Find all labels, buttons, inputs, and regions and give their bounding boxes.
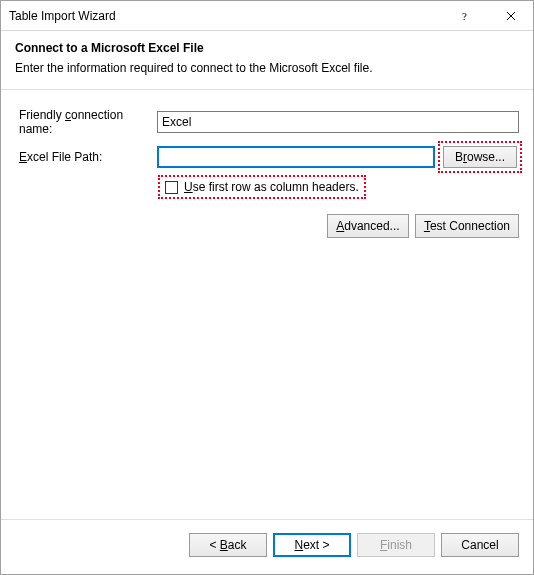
wizard-footer: < Back Next > Finish Cancel (1, 519, 533, 569)
header-subtitle: Enter the information required to connec… (15, 61, 519, 75)
title-bar: Table Import Wizard ? (1, 1, 533, 31)
test-connection-button[interactable]: Test Connection (415, 214, 519, 238)
first-row-headers-label: Use first row as column headers. (184, 180, 359, 194)
friendly-name-label: Friendly connection name: (15, 108, 157, 136)
first-row-headers-row[interactable]: Use first row as column headers. (161, 178, 363, 196)
advanced-button[interactable]: Advanced... (327, 214, 409, 238)
help-icon: ? (461, 11, 471, 21)
file-path-input[interactable] (157, 146, 435, 168)
close-icon (506, 11, 516, 21)
svg-text:?: ? (462, 11, 467, 21)
finish-button: Finish (357, 533, 435, 557)
first-row-headers-checkbox[interactable] (165, 181, 178, 194)
window-title: Table Import Wizard (9, 9, 443, 23)
header-title: Connect to a Microsoft Excel File (15, 41, 519, 55)
friendly-name-row: Friendly connection name: (15, 108, 519, 136)
browse-button[interactable]: Browse... (443, 146, 517, 168)
file-path-row: Excel File Path: Browse... (15, 144, 519, 170)
help-button[interactable]: ? (443, 1, 488, 30)
cancel-button[interactable]: Cancel (441, 533, 519, 557)
content-area: Friendly connection name: Excel File Pat… (1, 89, 533, 519)
back-button[interactable]: < Back (189, 533, 267, 557)
friendly-name-input[interactable] (157, 111, 519, 133)
close-button[interactable] (488, 1, 533, 30)
wizard-header: Connect to a Microsoft Excel File Enter … (1, 31, 533, 89)
next-button[interactable]: Next > (273, 533, 351, 557)
advanced-row: Advanced... Test Connection (15, 214, 519, 238)
browse-highlight: Browse... (441, 144, 519, 170)
file-path-label: Excel File Path: (15, 150, 157, 164)
